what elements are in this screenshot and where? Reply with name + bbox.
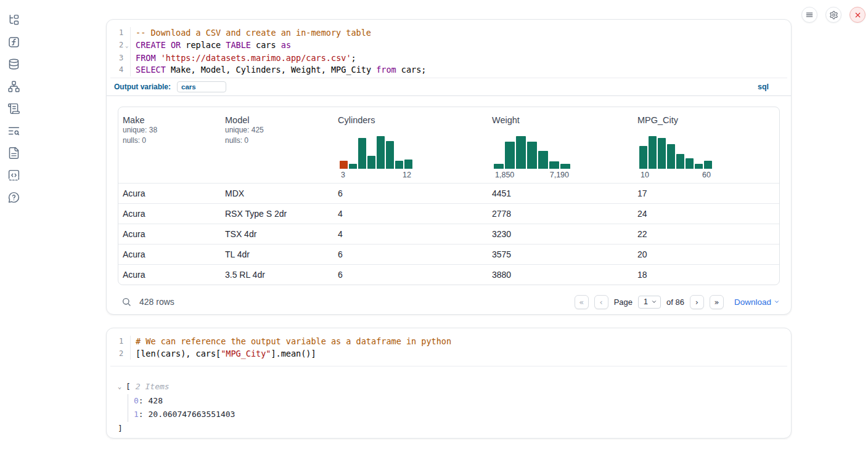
previous-page-button[interactable]: ‹ xyxy=(594,295,608,309)
logs-icon[interactable] xyxy=(6,101,21,116)
shutdown-button[interactable] xyxy=(850,7,866,23)
histogram-bar[interactable] xyxy=(340,161,348,169)
sql-cell: 1-- Download a CSV and create an in-memo… xyxy=(106,19,792,315)
table-cell: RSX Type S 2dr xyxy=(221,209,334,219)
dependency-graph-icon[interactable] xyxy=(6,79,21,94)
functions-icon[interactable] xyxy=(6,34,21,49)
code-line[interactable]: 1# We can reference the output variable … xyxy=(110,336,787,348)
table-cell: 6 xyxy=(334,249,488,259)
tree-entry-index: 0 xyxy=(134,396,139,405)
table-cell: 3880 xyxy=(488,270,633,280)
line-number: 2 xyxy=(110,348,123,360)
table-footer: 428 rows « ‹ Page 1 of 86 › » Download xyxy=(118,291,780,312)
histogram-bar[interactable] xyxy=(686,158,694,169)
menu-button[interactable] xyxy=(801,7,817,23)
text-search-icon[interactable] xyxy=(6,123,21,138)
table-cell: 3.5 RL 4dr xyxy=(221,270,334,280)
weight-histogram: 1,850 7,190 xyxy=(494,136,570,183)
column-header-model[interactable]: Model unique: 425 nulls: 0 xyxy=(221,107,334,183)
pagination: « ‹ Page 1 of 86 › » Download xyxy=(575,295,780,309)
language-badge: sql xyxy=(758,83,769,91)
histogram-bar[interactable] xyxy=(404,160,412,169)
hist-max-label: 12 xyxy=(403,171,411,179)
code-line[interactable]: 2[len(cars), cars["MPG_City"].mean()] xyxy=(110,348,787,360)
column-header-cylinders[interactable]: Cylinders 3 12 xyxy=(334,107,488,183)
file-tree-icon[interactable] xyxy=(6,12,21,27)
code-text: CREATE OR replace TABLE cars as xyxy=(131,39,291,52)
tree-entries: 0: 4281: 20.060747663551403 xyxy=(128,394,791,422)
table-row[interactable]: AcuraTSX 4dr4323022 xyxy=(118,224,779,244)
table-row[interactable]: Acura3.5 RL 4dr6388018 xyxy=(118,264,779,285)
column-header-weight[interactable]: Weight 1,850 7,190 xyxy=(488,107,633,183)
snippets-icon[interactable] xyxy=(6,168,21,182)
table-header: Make unique: 38 nulls: 0 Model unique: 4… xyxy=(118,107,779,183)
collapse-chevron-icon[interactable]: ⌄ xyxy=(118,380,126,394)
tree-entry: 1: 20.060747663551403 xyxy=(134,408,791,422)
histogram-bar[interactable] xyxy=(549,161,559,169)
line-number: 2 xyxy=(110,39,123,52)
page-label: Page xyxy=(614,297,633,307)
column-stat: unique: 38 xyxy=(123,125,221,136)
table-cell: 22 xyxy=(633,229,779,239)
datasources-icon[interactable] xyxy=(6,57,21,71)
download-button[interactable]: Download xyxy=(734,297,780,307)
histogram-bar[interactable] xyxy=(667,144,675,169)
page-select[interactable]: 1 xyxy=(638,296,661,309)
table-row[interactable]: AcuraTL 4dr6357520 xyxy=(118,244,779,264)
histogram-bar[interactable] xyxy=(639,146,647,169)
table-row[interactable]: AcuraMDX6445117 xyxy=(118,183,779,203)
settings-button[interactable] xyxy=(825,7,841,23)
histogram-bar[interactable] xyxy=(377,136,385,169)
histogram-bar[interactable] xyxy=(704,161,712,169)
column-header-mpg-city[interactable]: MPG_City 10 60 xyxy=(633,107,779,183)
search-icon[interactable] xyxy=(121,297,131,307)
tree-entry-value: 428 xyxy=(148,396,162,405)
histogram-bar[interactable] xyxy=(658,138,666,169)
first-page-button[interactable]: « xyxy=(575,295,589,309)
fold-chevron-icon[interactable]: ⌄ xyxy=(123,39,130,52)
histogram-bar[interactable] xyxy=(538,151,548,169)
histogram-bar[interactable] xyxy=(527,142,537,169)
help-icon[interactable] xyxy=(6,190,21,204)
code-text: # We can reference the output variable a… xyxy=(131,336,451,348)
histogram-bar[interactable] xyxy=(560,164,570,169)
code-line[interactable]: 2⌄CREATE OR replace TABLE cars as xyxy=(110,39,787,52)
histogram-bar[interactable] xyxy=(386,141,394,169)
histogram-bar[interactable] xyxy=(649,136,657,169)
table-row[interactable]: AcuraRSX Type S 2dr4277824 xyxy=(118,203,779,224)
histogram-bar[interactable] xyxy=(676,154,684,169)
hist-min-label: 1,850 xyxy=(495,171,514,179)
histogram-bar[interactable] xyxy=(395,161,403,169)
column-header-make[interactable]: Make unique: 38 nulls: 0 xyxy=(118,107,221,183)
notebook-actions xyxy=(801,7,866,23)
row-count: 428 rows xyxy=(139,297,174,307)
histogram-bar[interactable] xyxy=(505,142,515,169)
sql-code-editor[interactable]: 1-- Download a CSV and create an in-memo… xyxy=(110,20,787,78)
code-line[interactable]: 4SELECT Make, Model, Cylinders, Weight, … xyxy=(110,64,787,76)
histogram-bar[interactable] xyxy=(494,164,504,169)
python-cell: 1# We can reference the output variable … xyxy=(106,328,792,439)
last-page-button[interactable]: » xyxy=(710,295,724,309)
items-count: 2 Items xyxy=(136,380,170,394)
table-cell: 6 xyxy=(334,270,488,280)
hist-min-label: 3 xyxy=(341,171,345,179)
histogram-bar[interactable] xyxy=(358,138,366,169)
python-code-editor[interactable]: 1# We can reference the output variable … xyxy=(110,328,787,366)
line-number: 4 xyxy=(110,64,123,76)
output-variable-input[interactable] xyxy=(177,81,226,92)
fold-spacer xyxy=(123,64,130,76)
histogram-bar[interactable] xyxy=(349,164,357,169)
documentation-icon[interactable] xyxy=(6,145,21,160)
table-cell: Acura xyxy=(118,188,221,198)
code-line[interactable]: 1-- Download a CSV and create an in-memo… xyxy=(110,27,787,39)
output-variable-row: Output variable: sql xyxy=(107,78,791,96)
code-line[interactable]: 3FROM 'https://datasets.marimo.app/cars.… xyxy=(110,52,787,65)
table-cell: MDX xyxy=(221,188,334,198)
histogram-bar[interactable] xyxy=(367,156,375,169)
histogram-bar[interactable] xyxy=(516,136,526,169)
mpg-city-histogram: 10 60 xyxy=(639,136,712,183)
histogram-bar[interactable] xyxy=(695,164,703,169)
next-page-button[interactable]: › xyxy=(690,295,704,309)
code-text: -- Download a CSV and create an in-memor… xyxy=(131,27,371,39)
column-stat: nulls: 0 xyxy=(123,136,221,146)
